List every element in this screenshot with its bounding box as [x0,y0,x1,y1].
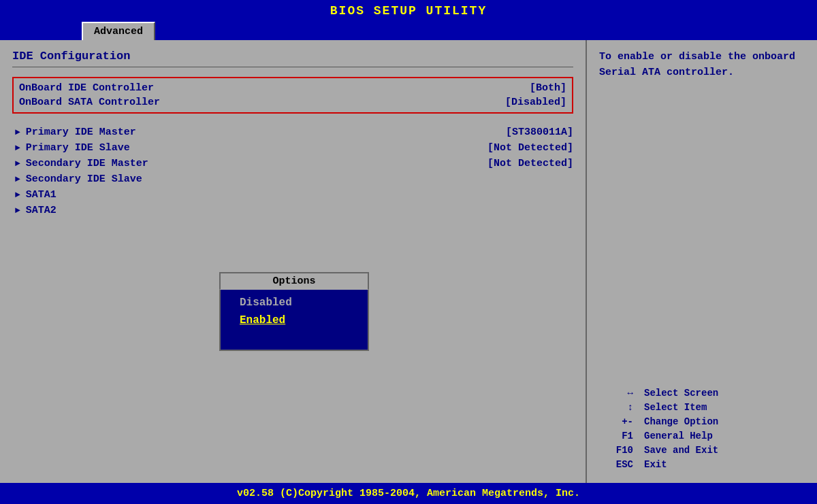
options-popup: Options Disabled Enabled [219,272,369,351]
title-bar: BIOS SETUP UTILITY [0,0,817,22]
footer-text: v02.58 (C)Copyright 1985-2004, American … [237,488,580,499]
item-value: [Not Detected] [487,142,573,154]
right-panel: To enable or disable the onboard Serial … [586,40,817,483]
option-disabled[interactable]: Disabled [234,294,354,312]
key-desc-save-exit: Save and Exit [644,445,718,456]
tab-advanced[interactable]: Advanced [82,22,155,40]
item-value: [Not Detected] [487,158,573,169]
onboard-sata-value: [Disabled] [505,97,566,108]
app-title: BIOS SETUP UTILITY [330,4,487,18]
key-row: ↔ Select Screen [599,388,805,399]
key-row: ↕ Select Item [599,402,805,413]
list-item[interactable]: ► Primary IDE Slave [Not Detected] [15,140,573,156]
key-select-item: ↕ [599,402,633,413]
status-bar: v02.58 (C)Copyright 1985-2004, American … [0,483,817,504]
item-value: [ST380011A] [506,127,573,138]
item-label: Secondary IDE Master [26,158,474,169]
key-desc-general-help: General Help [644,431,713,441]
key-row: ESC Exit [599,459,805,470]
left-panel: IDE Configuration OnBoard IDE Controller… [0,40,586,483]
option-enabled[interactable]: Enabled [234,312,354,329]
highlighted-box: OnBoard IDE Controller [Both] OnBoard SA… [12,77,573,114]
list-item[interactable]: ► SATA2 [15,203,573,218]
popup-header: Options [219,272,369,289]
popup-body: Disabled Enabled [219,289,369,351]
arrow-icon: ► [15,158,20,169]
menu-items: ► Primary IDE Master [ST380011A] ► Prima… [12,124,573,218]
key-legend: ↔ Select Screen ↕ Select Item +- Change … [599,388,805,473]
item-label: Primary IDE Master [26,127,492,138]
item-label: SATA2 [26,205,573,216]
key-desc-select-screen: Select Screen [644,388,718,399]
key-select-screen: ↔ [599,388,633,399]
main-content: IDE Configuration OnBoard IDE Controller… [0,40,817,483]
item-label: SATA1 [26,189,573,201]
arrow-icon: ► [15,127,20,137]
list-item[interactable]: ► Secondary IDE Master [Not Detected] [15,156,573,171]
list-item[interactable]: ► Secondary IDE Slave Options Disabled E… [15,171,573,187]
key-desc-change-option: Change Option [644,416,718,427]
key-desc-exit: Exit [644,459,667,470]
onboard-ide-row[interactable]: OnBoard IDE Controller [Both] [19,81,566,95]
arrow-icon: ► [15,190,20,200]
key-change-option: +- [599,416,633,427]
arrow-icon: ► [15,174,20,184]
tab-row: Advanced [0,22,817,40]
onboard-ide-label: OnBoard IDE Controller [19,82,154,94]
key-row: F10 Save and Exit [599,445,805,456]
divider [12,67,573,67]
onboard-sata-label: OnBoard SATA Controller [19,97,160,108]
key-general-help: F1 [599,431,633,441]
key-row: +- Change Option [599,416,805,427]
item-label: Primary IDE Slave [26,142,474,154]
onboard-ide-value: [Both] [530,82,566,94]
help-text: To enable or disable the onboard Serial … [599,50,805,80]
list-item[interactable]: ► SATA1 [15,187,573,203]
list-item[interactable]: ► Primary IDE Master [ST380011A] [15,124,573,140]
arrow-icon: ► [15,143,20,153]
onboard-sata-row[interactable]: OnBoard SATA Controller [Disabled] [19,95,566,110]
key-row: F1 General Help [599,431,805,441]
section-title: IDE Configuration [12,50,573,63]
item-label: Secondary IDE Slave [26,173,573,185]
key-exit: ESC [599,459,633,470]
key-desc-select-item: Select Item [644,402,707,413]
key-save-exit: F10 [599,445,633,456]
arrow-icon: ► [15,205,20,216]
